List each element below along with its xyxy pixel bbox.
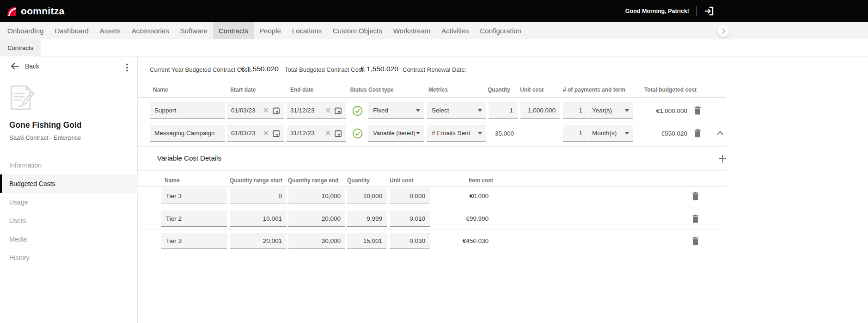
delete-row-button[interactable] <box>694 106 702 115</box>
term-select[interactable]: Month(s) <box>587 125 633 142</box>
name-value: Messaging Campaign <box>150 130 215 137</box>
tier-quantity-input[interactable]: 9,999 <box>347 211 387 227</box>
nav-item-workstream[interactable]: Workstream <box>388 22 436 39</box>
start-date-input[interactable]: 01/03/23 <box>227 102 284 119</box>
range-start-value: 0 <box>278 193 282 199</box>
tier-quantity-input[interactable]: 15,001 <box>347 233 387 249</box>
range-start-input[interactable]: 0 <box>230 188 287 204</box>
metrics-select[interactable]: Select <box>427 102 486 119</box>
cost-type-select[interactable]: Variable (tiered) <box>368 125 424 142</box>
back-button[interactable]: Back <box>11 62 39 70</box>
sidebar-item-information[interactable]: Information <box>0 156 138 174</box>
clear-icon[interactable] <box>263 108 269 113</box>
cost-type-select[interactable]: Fixed <box>368 102 424 119</box>
nav-item-onboarding[interactable]: Onboarding <box>2 22 49 39</box>
top-bar: oomnitza Good Morning, Patrick! <box>0 0 868 22</box>
start-date-value: 01/03/23 <box>231 107 256 114</box>
range-start-input[interactable]: 20,001 <box>230 233 287 249</box>
sidebar-item-usage[interactable]: Usage <box>0 193 138 211</box>
plus-icon <box>718 155 727 163</box>
range-end-input[interactable]: 30,000 <box>288 233 345 249</box>
end-date-input[interactable]: 31/12/23 <box>287 102 346 119</box>
calendar-icon[interactable] <box>335 130 342 137</box>
nav-item-dashboard[interactable]: Dashboard <box>49 22 94 39</box>
name-input[interactable]: Messaging Campaign <box>150 125 225 142</box>
add-tier-button[interactable] <box>718 155 727 163</box>
nav-item-locations[interactable]: Locations <box>287 22 327 39</box>
metrics-value: Select <box>432 107 449 114</box>
total-budgeted-cost-value: €1,000.000 <box>638 107 687 114</box>
header-divider <box>138 186 726 187</box>
sub-tab-bar: Contracts <box>0 39 868 56</box>
delete-tier-button[interactable] <box>691 236 699 246</box>
metrics-select[interactable]: # Emails Sent <box>427 125 486 142</box>
sidebar-item-history[interactable]: History <box>0 248 138 267</box>
sidebar-item-budgeted-costs[interactable]: Budgeted Costs <box>0 174 138 193</box>
num-payments-input[interactable]: 1 <box>563 125 587 142</box>
row-divider <box>138 207 726 207</box>
range-end-input[interactable]: 20,000 <box>288 211 345 227</box>
unit-cost-input[interactable]: 1,000.000 <box>520 102 560 119</box>
range-end-input[interactable]: 10,000 <box>288 188 345 204</box>
trash-icon <box>691 236 699 246</box>
col-header-metrics: Metrics <box>428 87 448 93</box>
trash-icon <box>694 129 702 138</box>
tier-quantity-value: 10,000 <box>363 193 382 199</box>
row-divider <box>138 123 726 123</box>
range-start-input[interactable]: 10,001 <box>230 211 287 227</box>
calendar-icon[interactable] <box>273 130 280 137</box>
quantity-input[interactable]: 1 <box>489 102 518 119</box>
tier-unit-cost-input[interactable]: 0.010 <box>390 211 430 227</box>
col-header-tier-unit-cost: Unit cost <box>390 177 413 184</box>
calendar-icon[interactable] <box>273 107 280 114</box>
more-options-button[interactable] <box>123 63 131 74</box>
logout-icon[interactable] <box>703 6 715 17</box>
back-label: Back <box>25 62 39 70</box>
nav-item-contracts[interactable]: Contracts <box>213 22 254 39</box>
num-payments-input[interactable]: 1 <box>563 102 587 119</box>
nav-item-assets[interactable]: Assets <box>94 22 126 39</box>
clear-icon[interactable] <box>325 130 330 136</box>
quantity-value: 35,000 <box>481 130 514 137</box>
start-date-input[interactable]: 01/03/23 <box>227 125 284 142</box>
delete-tier-button[interactable] <box>691 192 699 201</box>
quantity-value: 1 <box>509 107 513 114</box>
end-date-input[interactable]: 31/12/23 <box>287 125 346 142</box>
nav-item-software[interactable]: Software <box>175 22 213 39</box>
tier-name-input[interactable]: Tier 2 <box>161 211 227 227</box>
tier-unit-cost-input[interactable]: 0.030 <box>390 233 430 249</box>
nav-item-configuration[interactable]: Configuration <box>474 22 526 39</box>
range-end-value: 30,000 <box>322 237 341 244</box>
row-divider <box>138 146 726 147</box>
delete-row-button[interactable] <box>694 129 702 138</box>
collapse-row-button[interactable] <box>717 131 723 135</box>
nav-item-custom-objects[interactable]: Custom Objects <box>327 22 388 39</box>
sidebar-item-users[interactable]: Users <box>0 211 138 230</box>
col-header-range-start: Quantity range start <box>230 177 282 184</box>
name-input[interactable]: Support <box>150 102 225 119</box>
term-select[interactable]: Year(s) <box>587 102 633 119</box>
clear-icon[interactable] <box>325 108 330 113</box>
nav-item-people[interactable]: People <box>254 22 287 39</box>
nav-item-accessories[interactable]: Accessories <box>126 22 175 39</box>
delete-tier-button[interactable] <box>691 214 699 224</box>
tier-unit-cost-input[interactable]: 0.000 <box>390 188 430 204</box>
tier-name-input[interactable]: Tier 3 <box>161 233 227 249</box>
range-start-value: 10,001 <box>263 215 282 222</box>
total-cost-label: Total Budgeted Contract Cost: <box>285 66 365 73</box>
chevron-up-icon <box>717 131 723 135</box>
tier-name-input[interactable]: Tier 3 <box>161 188 227 204</box>
end-date-value: 31/12/23 <box>290 130 315 137</box>
item-cost-value: €99.990 <box>444 215 489 222</box>
sidebar-item-media[interactable]: Media <box>0 230 138 248</box>
tier-quantity-input[interactable]: 10,000 <box>347 188 387 204</box>
nav-item-activities[interactable]: Activities <box>436 22 474 39</box>
name-value: Support <box>150 107 176 114</box>
tab-contracts[interactable]: Contracts <box>0 39 41 56</box>
calendar-icon[interactable] <box>335 107 342 114</box>
nav-scroll-right-button[interactable] <box>717 25 730 37</box>
status-ok-icon <box>352 128 363 141</box>
end-date-value: 31/12/23 <box>290 107 315 114</box>
trash-icon <box>694 106 702 115</box>
clear-icon[interactable] <box>263 130 269 136</box>
